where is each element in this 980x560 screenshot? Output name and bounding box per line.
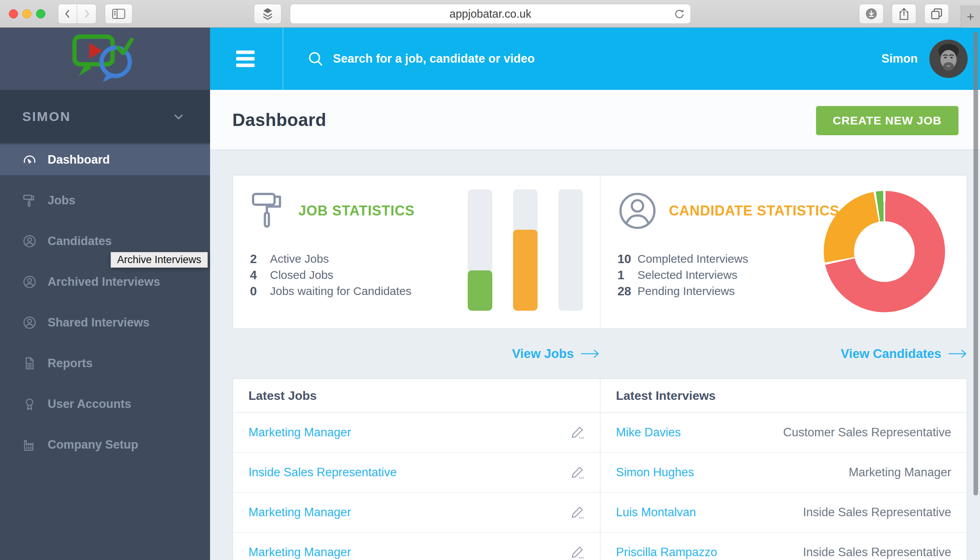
back-button[interactable] xyxy=(58,4,77,24)
view-candidates-link[interactable]: View Candidates xyxy=(840,347,967,361)
candidate-link[interactable]: Mike Davies xyxy=(616,425,681,439)
table-row: Priscilla Rampazzo Inside Sales Represen… xyxy=(601,533,967,560)
new-tab-button[interactable]: + xyxy=(961,5,980,28)
forward-button[interactable] xyxy=(77,4,97,24)
archive-interviews-tooltip: Archive Interviews xyxy=(111,252,208,268)
candidate-link[interactable]: Luis Montalvan xyxy=(616,505,696,519)
downloads-button[interactable] xyxy=(859,4,883,24)
candidate-donut-chart xyxy=(824,191,945,312)
table-row: Inside Sales Representative xyxy=(233,453,600,493)
job-stats-list: 2Active Jobs 4Closed Jobs 0Jobs waiting … xyxy=(250,251,412,299)
stack-icon xyxy=(262,7,273,20)
search-input[interactable] xyxy=(333,52,755,66)
refresh-button[interactable] xyxy=(673,8,686,23)
job-statistics-title: JOB STATISTICS xyxy=(298,203,415,219)
tab-stack-button[interactable] xyxy=(254,4,281,24)
history-nav xyxy=(58,4,97,24)
stat-selected-interviews: 1Selected Interviews xyxy=(617,267,748,283)
job-statistics-panel: JOB STATISTICS 2Active Jobs 4Closed Jobs… xyxy=(233,175,600,328)
latest-interviews-table: Latest Interviews Mike Davies Customer S… xyxy=(600,379,967,560)
table-row: Marketing Manager xyxy=(233,493,600,533)
interview-job-title: Inside Sales Representative xyxy=(803,545,951,559)
edit-job-button[interactable] xyxy=(570,545,584,560)
avatar xyxy=(929,40,968,78)
chevron-left-icon xyxy=(63,8,73,20)
account-name: SIMON xyxy=(22,109,71,124)
url-text: appjobatar.co.uk xyxy=(450,8,531,20)
table-row: Marketing Manager xyxy=(233,413,600,453)
sidebar-item-label: Dashboard xyxy=(48,153,110,167)
page-scrollbar[interactable] xyxy=(973,32,978,495)
share-button[interactable] xyxy=(892,4,916,24)
candidate-link[interactable]: Priscilla Rampazzo xyxy=(616,545,717,559)
sidebar-icon xyxy=(112,8,125,19)
close-window-button[interactable] xyxy=(9,9,18,18)
sidebar-toggle-button[interactable] xyxy=(105,4,133,24)
pencil-edit-icon xyxy=(570,425,584,440)
chevron-down-icon xyxy=(171,109,186,124)
job-link[interactable]: Marketing Manager xyxy=(248,505,351,519)
page-title: Dashboard xyxy=(232,110,326,130)
sidebar-nav: Dashboard Jobs Candidates Archived Inter… xyxy=(0,143,210,460)
job-link[interactable]: Marketing Manager xyxy=(248,425,351,439)
sidebar-item-company-setup[interactable]: Company Setup xyxy=(0,429,210,460)
factory-icon xyxy=(22,437,37,452)
sidebar-item-jobs[interactable]: Jobs xyxy=(0,185,210,216)
bar-closed-jobs xyxy=(513,189,537,311)
interview-job-title: Marketing Manager xyxy=(849,465,951,479)
show-tabs-button[interactable] xyxy=(924,4,949,24)
paint-roller-icon xyxy=(22,193,37,208)
topbar: Simon xyxy=(210,28,980,90)
tabs-icon xyxy=(930,7,943,20)
latest-tables: Latest Jobs Marketing Manager Inside Sal… xyxy=(232,378,967,560)
global-search xyxy=(307,28,755,90)
stat-active-jobs: 2Active Jobs xyxy=(250,251,412,267)
edit-job-button[interactable] xyxy=(570,505,584,520)
sidebar-item-dashboard[interactable]: Dashboard xyxy=(0,144,210,175)
sidebar-item-label: Candidates xyxy=(48,234,112,248)
sidebar-item-user-accounts[interactable]: User Accounts xyxy=(0,389,210,420)
candidate-link[interactable]: Simon Hughes xyxy=(616,465,694,479)
stat-completed-interviews: 10Completed Interviews xyxy=(617,251,748,267)
latest-jobs-header: Latest Jobs xyxy=(233,379,600,413)
sidebar-item-archived-interviews[interactable]: Archived Interviews xyxy=(0,267,210,297)
topbar-divider xyxy=(283,28,283,90)
sidebar-item-label: Jobs xyxy=(48,193,75,207)
sidebar-item-shared-interviews[interactable]: Shared Interviews xyxy=(0,307,210,338)
logo-band xyxy=(0,28,210,90)
minimize-window-button[interactable] xyxy=(22,9,32,18)
avatar-photo xyxy=(929,40,968,78)
candidate-statistics-panel: CANDIDATE STATISTICS 10Completed Intervi… xyxy=(600,175,967,328)
app-frame: SIMON Dashboard Jobs Candidates xyxy=(0,28,980,560)
download-icon xyxy=(865,7,878,20)
table-row: Mike Davies Customer Sales Representativ… xyxy=(601,413,967,453)
person-icon xyxy=(22,275,37,289)
user-menu[interactable]: Simon xyxy=(881,28,968,90)
sidebar: SIMON Dashboard Jobs Candidates xyxy=(0,28,210,560)
donut-hole xyxy=(854,221,915,282)
latest-jobs-table: Latest Jobs Marketing Manager Inside Sal… xyxy=(233,379,600,560)
job-link[interactable]: Marketing Manager xyxy=(248,545,351,559)
sidebar-item-label: Company Setup xyxy=(48,438,138,452)
menu-toggle-button[interactable] xyxy=(236,51,255,67)
browser-window: appjobatar.co.uk + xyxy=(0,0,980,560)
bar-jobs-waiting-for-candidates xyxy=(558,189,583,311)
job-link[interactable]: Inside Sales Representative xyxy=(248,465,397,479)
gauge-icon xyxy=(22,152,37,167)
edit-job-button[interactable] xyxy=(570,425,584,440)
edit-job-button[interactable] xyxy=(570,465,584,480)
user-name: Simon xyxy=(881,52,918,66)
create-new-job-button[interactable]: CREATE NEW JOB xyxy=(816,106,958,135)
stat-closed-jobs: 4Closed Jobs xyxy=(250,267,412,283)
interview-job-title: Customer Sales Representative xyxy=(783,425,951,439)
interview-job-title: Inside Sales Representative xyxy=(803,505,951,519)
sidebar-item-reports[interactable]: Reports xyxy=(0,348,210,379)
person-icon xyxy=(22,234,37,248)
candidate-statistics-title: CANDIDATE STATISTICS xyxy=(669,203,839,219)
view-jobs-link[interactable]: View Jobs xyxy=(512,347,600,361)
document-icon xyxy=(22,356,37,371)
zoom-window-button[interactable] xyxy=(36,9,45,18)
table-row: Luis Montalvan Inside Sales Representati… xyxy=(601,493,967,533)
account-switcher[interactable]: SIMON xyxy=(0,90,210,143)
address-bar[interactable]: appjobatar.co.uk xyxy=(290,4,691,24)
